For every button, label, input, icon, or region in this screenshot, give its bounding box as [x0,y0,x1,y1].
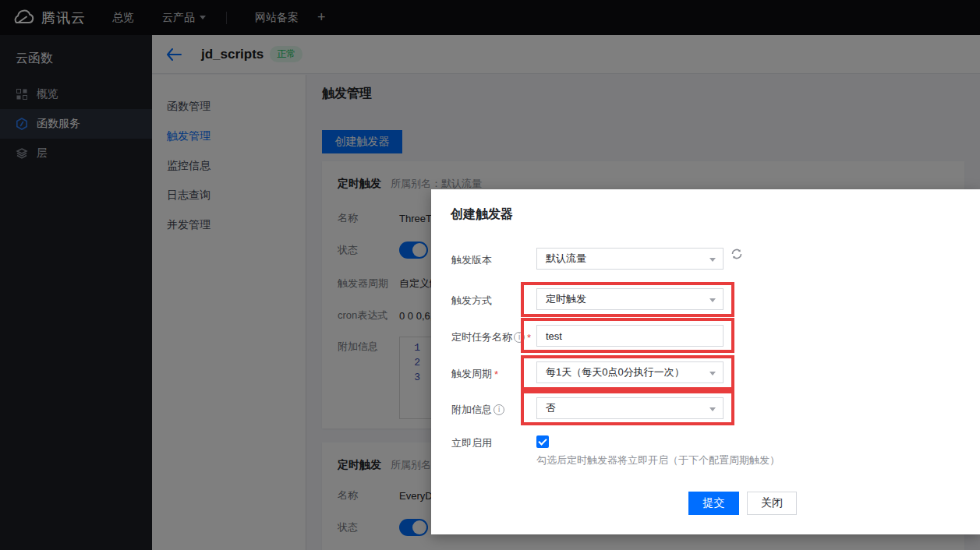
info-icon[interactable]: i [494,404,504,415]
enable-now-label: 立即启用 [451,436,492,450]
chevron-down-icon [709,372,716,375]
extra-info-label-text: 附加信息 [451,403,492,417]
chevron-down-icon [709,298,716,302]
task-name-label-text: 定时任务名称 [451,330,512,344]
required-mark: * [527,332,531,344]
task-name-label: 定时任务名称 i * [451,330,531,344]
trigger-period-value: 每1天（每天0点0分执行一次） [546,365,685,379]
trigger-version-label: 触发版本 [451,253,492,267]
task-name-input[interactable] [546,330,714,342]
page-root: 腾讯云 总览 云产品 网站备案 + 云函数 概览 [0,0,980,550]
refresh-icon[interactable] [731,248,743,263]
extra-info-select[interactable]: 否 [536,397,724,419]
enable-now-checkbox[interactable] [536,435,549,448]
trigger-period-label: 触发周期 * [451,367,498,381]
create-trigger-modal: 创建触发器 触发版本 默认流量 触发方式 定时触发 定时任务名称 i * [431,189,980,534]
trigger-period-label-text: 触发周期 [451,367,492,381]
chevron-down-icon [709,258,716,262]
trigger-method-value: 定时触发 [546,292,586,306]
trigger-method-label: 触发方式 [451,294,492,308]
extra-info-value: 否 [546,401,556,415]
task-name-input-wrap [536,325,724,347]
required-mark: * [494,368,498,380]
enable-now-hint: 勾选后定时触发器将立即开启（于下个配置周期触发） [536,453,780,467]
extra-info-label: 附加信息 i [451,403,504,417]
close-button[interactable]: 关闭 [747,492,797,515]
trigger-period-select[interactable]: 每1天（每天0点0分执行一次） [536,361,724,383]
modal-title: 创建触发器 [451,206,513,223]
trigger-method-select[interactable]: 定时触发 [536,288,724,310]
trigger-version-value: 默认流量 [546,252,586,266]
info-icon[interactable]: i [514,332,525,343]
submit-button[interactable]: 提交 [688,492,739,515]
chevron-down-icon [709,407,716,411]
trigger-version-select[interactable]: 默认流量 [536,248,724,270]
